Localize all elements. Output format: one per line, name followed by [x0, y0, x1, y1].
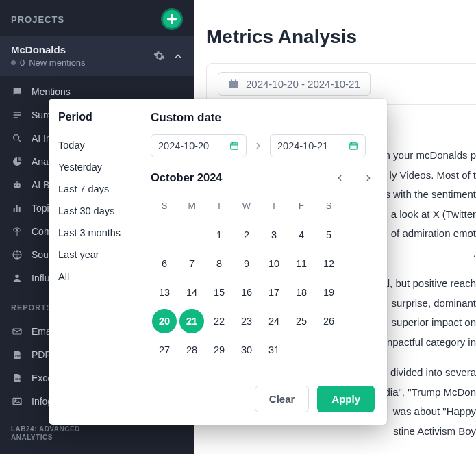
mention-count: 0 [20, 58, 25, 68]
calendar-day[interactable]: 16 [233, 279, 260, 306]
svg-point-2 [15, 185, 16, 186]
svg-rect-6 [19, 207, 21, 212]
date-range-button[interactable]: 2024-10-20 - 2024-10-21 [218, 72, 371, 96]
calendar-dow: M [178, 192, 205, 220]
nav-item-label: Mentions [32, 86, 71, 97]
period-preset-all[interactable]: All [58, 266, 140, 288]
calendar-day[interactable]: 10 [260, 250, 288, 277]
custom-date-panel: Custom date 2024-10-20 2024-10-21 Octobe… [140, 99, 387, 376]
calendar-day[interactable]: 17 [260, 279, 288, 306]
comment-icon [11, 86, 23, 98]
status-dot [11, 60, 16, 65]
calendar-day[interactable]: 29 [205, 336, 233, 364]
plus-icon [167, 14, 177, 24]
add-project-button[interactable] [161, 8, 183, 30]
calendar-day[interactable]: 31 [260, 336, 288, 364]
svg-point-3 [18, 185, 19, 186]
calendar-day-selected[interactable]: 21 [178, 307, 205, 335]
projects-header: PROJECTS [0, 0, 194, 36]
next-month-button[interactable] [364, 173, 373, 183]
calendar-day[interactable]: 9 [233, 250, 260, 277]
lab-item-geo-analysis[interactable]: Geo Analysis [0, 447, 194, 454]
list-icon [11, 109, 23, 121]
svg-point-8 [15, 275, 18, 278]
calendar-icon [349, 141, 358, 151]
calendar-icon [228, 79, 239, 90]
gear-icon[interactable] [153, 50, 165, 62]
image-icon [11, 395, 23, 407]
lab-list: Geo Analysis [0, 443, 194, 454]
svg-rect-18 [235, 79, 236, 81]
calendar-day[interactable]: 2 [233, 221, 260, 249]
calendar-day[interactable]: 4 [288, 221, 315, 249]
calendar-day[interactable]: 13 [151, 279, 178, 306]
calendar-day[interactable]: 28 [178, 336, 205, 364]
end-date-value: 2024-10-21 [277, 140, 328, 151]
project-mentions: 0 New mentions [11, 58, 86, 68]
arrow-right-icon [253, 141, 263, 151]
period-preset-last-30-days[interactable]: Last 30 days [58, 200, 140, 222]
calendar-day[interactable]: 18 [288, 279, 315, 306]
pdf-icon: PDF [11, 349, 23, 361]
svg-rect-22 [231, 143, 238, 149]
user-icon [11, 272, 23, 284]
prev-month-button[interactable] [335, 173, 345, 183]
period-preset-last-3-months[interactable]: Last 3 months [58, 222, 140, 244]
start-date-input[interactable]: 2024-10-20 [151, 134, 247, 157]
calendar-month-label: October 2024 [151, 171, 223, 184]
scale-icon [11, 225, 23, 238]
chevron-up-icon[interactable] [173, 51, 183, 61]
period-preset-yesterday[interactable]: Yesterday [58, 156, 140, 178]
calendar-day[interactable]: 14 [178, 279, 205, 306]
calendar-day[interactable]: 3 [260, 221, 288, 249]
end-date-input[interactable]: 2024-10-21 [270, 134, 366, 157]
calendar-day[interactable]: 15 [205, 279, 233, 306]
calendar-day[interactable]: 24 [260, 307, 288, 335]
svg-rect-5 [16, 205, 18, 212]
calendar-day[interactable]: 1 [205, 221, 233, 249]
calendar-dow: S [151, 192, 178, 220]
calendar-dow: F [288, 192, 315, 220]
page-title: Metrics Analysis [206, 26, 476, 48]
calendar-dow: S [315, 192, 342, 220]
mail-icon [11, 325, 23, 338]
calendar-day[interactable]: 11 [288, 250, 315, 277]
apply-button[interactable]: Apply [317, 386, 375, 412]
svg-text:PDF: PDF [15, 354, 21, 357]
svg-rect-1 [14, 183, 20, 188]
mention-label: New mentions [29, 58, 85, 68]
magnify-icon [11, 132, 23, 144]
calendar-dow: T [260, 192, 288, 220]
date-picker-modal: Period TodayYesterdayLast 7 daysLast 30 … [49, 99, 387, 425]
calendar-day-selected[interactable]: 20 [151, 307, 178, 335]
period-preset-today[interactable]: Today [58, 134, 140, 156]
calendar-day[interactable]: 6 [151, 250, 178, 277]
calendar-day[interactable]: 12 [315, 250, 342, 277]
start-date-value: 2024-10-20 [158, 140, 209, 151]
calendar-day[interactable]: 26 [315, 307, 342, 335]
xls-icon: XLS [11, 372, 23, 384]
calendar-day[interactable]: 30 [233, 336, 260, 364]
period-heading: Period [58, 111, 140, 123]
project-row[interactable]: McDonalds 0 New mentions [0, 36, 194, 76]
svg-rect-17 [231, 79, 232, 81]
calendar-day[interactable]: 23 [233, 307, 260, 335]
svg-rect-16 [229, 81, 238, 83]
calendar-day[interactable]: 8 [205, 250, 233, 277]
svg-text:XLS: XLS [15, 377, 21, 381]
calendar-day[interactable]: 25 [288, 307, 315, 335]
period-preset-last-7-days[interactable]: Last 7 days [58, 178, 140, 200]
svg-rect-23 [350, 143, 358, 149]
calendar-day[interactable]: 19 [315, 279, 342, 306]
calendar-day[interactable]: 5 [315, 221, 342, 249]
clear-button[interactable]: Clear [255, 386, 310, 412]
calendar-range: 2021 [151, 307, 205, 335]
calendar-day[interactable]: 22 [205, 307, 233, 335]
period-presets: Period TodayYesterdayLast 7 daysLast 30 … [49, 99, 140, 376]
period-preset-last-year[interactable]: Last year [58, 244, 140, 266]
projects-section-label: PROJECTS [11, 14, 64, 25]
calendar-day[interactable]: 7 [178, 250, 205, 277]
calendar-day[interactable]: 27 [151, 336, 178, 364]
piechart-icon [11, 155, 23, 168]
svg-rect-4 [14, 208, 15, 212]
